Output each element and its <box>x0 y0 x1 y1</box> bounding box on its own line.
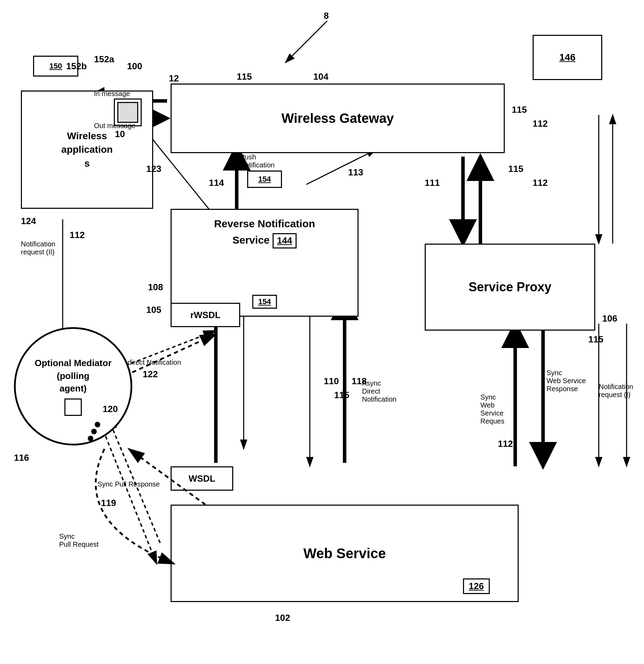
sync-pull-request-label: SyncPull Request <box>59 532 99 548</box>
label-122: 122 <box>143 369 158 380</box>
label-113: 113 <box>348 167 363 178</box>
label-112d: 112 <box>498 438 513 449</box>
label-112a: 112 <box>533 118 548 129</box>
label-115a: 115 <box>237 71 252 82</box>
label-105: 105 <box>146 305 161 315</box>
sync-pull-response-label: Sync Pull Response <box>97 480 160 488</box>
diagram-container: 8 150 Wirelessapplications 152b 152a 100… <box>0 0 644 664</box>
box-154b: 154 <box>252 295 277 309</box>
label-10: 10 <box>115 129 125 140</box>
label-119: 119 <box>101 498 116 508</box>
label-115c: 115 <box>508 164 523 174</box>
reverse-notification-box: Reverse NotificationService 144 154 <box>171 209 359 317</box>
label-112b: 112 <box>533 177 548 188</box>
service-proxy-box: Service Proxy <box>425 244 595 331</box>
label-120: 120 <box>103 404 118 414</box>
label-115e: 115 <box>334 390 349 401</box>
label-8: 8 <box>324 10 329 21</box>
wireless-app-label: Wirelessapplications <box>61 129 113 170</box>
sync-web-service-response-label: SyncWeb ServiceResponse <box>547 369 586 393</box>
box-154a: 154 <box>247 171 282 188</box>
notification-req-i-label: Notificationrequest (I) <box>599 383 633 399</box>
label-115b: 115 <box>512 104 527 115</box>
optional-mediator-label: Optional Mediator(pollingagent) <box>35 357 112 416</box>
label-152b: 152b <box>66 61 87 72</box>
label-115d: 115 <box>588 334 603 345</box>
mediator-inner-box <box>64 398 82 416</box>
web-service-box: Web Service 126 <box>171 505 519 602</box>
label-111: 111 <box>425 177 440 188</box>
label-106: 106 <box>602 313 617 324</box>
label-104: 104 <box>313 71 328 82</box>
wireless-application-box: Wirelessapplications <box>21 90 153 209</box>
service-proxy-label: Service Proxy <box>469 280 551 294</box>
push-notification-label: PushNotification <box>240 153 275 169</box>
svg-line-9 <box>306 150 376 184</box>
async-direct-label: AsyncDirectNotification <box>362 379 396 403</box>
rwsdl-box: rWSDL <box>171 303 240 327</box>
label-112c: 112 <box>70 230 85 240</box>
label-110: 110 <box>324 376 339 387</box>
reverse-notification-label: Reverse NotificationService 144 <box>175 217 354 248</box>
box-146: 146 <box>533 35 602 80</box>
wireless-gateway-label: Wireless Gateway <box>282 111 394 126</box>
label-108: 108 <box>148 282 163 293</box>
web-service-label: Web Service <box>303 546 386 561</box>
label-100: 100 <box>127 61 142 72</box>
notification-req-ii-label: Notificationrequest (II) <box>21 240 55 256</box>
wsdl-box: WSDL <box>171 466 233 491</box>
label-12: 12 <box>169 73 179 84</box>
box-152a-inner <box>117 102 138 123</box>
optional-mediator-circle: Optional Mediator(pollingagent) <box>14 327 132 445</box>
wireless-gateway-box: Wireless Gateway <box>171 84 505 153</box>
box-144: 144 <box>273 233 297 248</box>
label-102: 102 <box>275 612 290 623</box>
label-124: 124 <box>21 216 36 227</box>
sync-web-service-request-label: SyncWebServiceReques <box>480 393 504 425</box>
label-116: 116 <box>14 452 29 463</box>
in-message-label: In message <box>94 90 130 98</box>
svg-line-4 <box>285 21 327 63</box>
label-114: 114 <box>209 177 224 188</box>
svg-line-26 <box>132 334 216 372</box>
box-126: 126 <box>463 578 490 594</box>
label-123: 123 <box>146 164 161 174</box>
svg-line-23 <box>101 425 157 564</box>
label-152a: 152a <box>94 54 114 65</box>
